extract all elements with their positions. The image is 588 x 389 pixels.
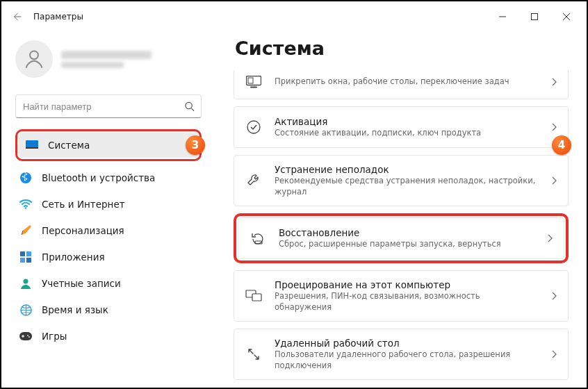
- account-email-blurred: [61, 62, 124, 68]
- sidebar-item-time-language[interactable]: Время и язык: [13, 297, 204, 322]
- project-icon: [245, 288, 262, 304]
- accounts-icon: [19, 277, 32, 290]
- svg-rect-16: [247, 76, 261, 85]
- svg-rect-4: [26, 147, 38, 149]
- search-input[interactable]: [15, 94, 202, 118]
- sidebar: Система 3 Bluetooth и устройства Сеть и …: [1, 32, 215, 388]
- sidebar-item-apps[interactable]: Приложения: [13, 245, 204, 270]
- card-subtitle: Сброс, расширенные параметры запуска, ве…: [279, 239, 534, 250]
- card-subtitle: Прикрепить окна, рабочие столы, переключ…: [275, 76, 539, 88]
- svg-rect-0: [532, 14, 538, 20]
- maximize-button[interactable]: [518, 6, 550, 28]
- titlebar: Параметры: [1, 1, 587, 32]
- card-multitasking[interactable]: Прикрепить окна, рабочие столы, переключ…: [234, 70, 569, 99]
- sidebar-item-label: Персонализация: [42, 225, 124, 236]
- svg-point-6: [25, 207, 27, 209]
- account-block[interactable]: [10, 32, 207, 89]
- card-subtitle: Разрешения, ПИН-код связывания, возможно…: [275, 291, 539, 313]
- sidebar-item-label: Время и язык: [42, 304, 108, 315]
- sidebar-item-games[interactable]: Игры: [13, 324, 204, 349]
- sidebar-item-label: Система: [48, 140, 90, 151]
- account-text: [61, 51, 152, 68]
- card-title: Устранение неполадок: [275, 164, 539, 175]
- card-title: Восстановление: [279, 227, 534, 238]
- svg-rect-7: [20, 251, 25, 256]
- recovery-icon: [250, 230, 266, 247]
- sidebar-item-accounts[interactable]: Учетные записи: [13, 271, 204, 296]
- minimize-button[interactable]: [487, 6, 518, 28]
- svg-rect-18: [248, 78, 253, 83]
- sidebar-item-label: Сеть и Интернет: [42, 199, 125, 210]
- card-subtitle: Рекомендуемые средства устранения непола…: [275, 176, 539, 197]
- svg-rect-9: [20, 258, 25, 263]
- svg-rect-10: [26, 258, 31, 263]
- chevron-right-icon: [551, 176, 557, 185]
- avatar: [15, 40, 53, 78]
- svg-point-2: [186, 102, 192, 108]
- back-button[interactable]: [6, 6, 28, 28]
- games-icon: [19, 330, 32, 342]
- wifi-icon: [19, 198, 32, 210]
- annotation-step-3: Система 3: [15, 129, 202, 161]
- svg-rect-22: [252, 294, 261, 301]
- card-activation[interactable]: Активация Состояние активации, подписки,…: [234, 106, 569, 148]
- maximize-icon: [531, 13, 538, 20]
- chevron-right-icon: [551, 78, 557, 86]
- svg-point-1: [30, 51, 38, 59]
- wrench-icon: [245, 172, 262, 189]
- search-icon: [184, 101, 195, 112]
- close-button[interactable]: [550, 6, 582, 28]
- chevron-right-icon: [551, 292, 557, 300]
- sidebar-item-label: Приложения: [42, 251, 105, 263]
- sidebar-item-label: Учетные записи: [42, 278, 121, 289]
- bluetooth-icon: [19, 172, 32, 184]
- main-panel: Система Прикрепить окна, рабочие столы, …: [215, 32, 587, 388]
- search-wrap: [15, 94, 202, 118]
- clock-globe-icon: [19, 304, 32, 316]
- step-badge-4: 4: [552, 135, 571, 155]
- svg-rect-13: [19, 332, 32, 340]
- card-title: Проецирование на этот компьютер: [275, 279, 539, 290]
- card-subtitle: Пользователи удаленного рабочего стола, …: [275, 349, 539, 371]
- svg-point-11: [24, 279, 28, 284]
- settings-card-list: Прикрепить окна, рабочие столы, переключ…: [234, 70, 569, 380]
- svg-rect-8: [26, 251, 31, 256]
- apps-icon: [19, 251, 32, 263]
- sidebar-item-label: Игры: [42, 331, 67, 342]
- chevron-right-icon: [551, 350, 557, 358]
- sidebar-item-bluetooth[interactable]: Bluetooth и устройства: [13, 165, 204, 190]
- account-name-blurred: [61, 51, 152, 59]
- multitask-icon: [245, 74, 262, 90]
- sidebar-item-system[interactable]: Система: [19, 133, 198, 158]
- nav-list: Система 3 Bluetooth и устройства Сеть и …: [10, 129, 207, 349]
- page-title: Система: [235, 38, 569, 59]
- card-remote-desktop[interactable]: Удаленный рабочий стол Пользователи удал…: [234, 329, 569, 380]
- svg-rect-17: [250, 86, 257, 88]
- window-title: Параметры: [33, 12, 83, 22]
- sidebar-item-personalization[interactable]: Персонализация: [13, 218, 204, 243]
- chevron-right-icon: [547, 234, 553, 242]
- svg-point-5: [20, 172, 31, 183]
- card-title: Удаленный рабочий стол: [275, 338, 539, 349]
- svg-point-19: [247, 121, 260, 133]
- system-icon: [26, 139, 38, 151]
- brush-icon: [19, 224, 32, 237]
- arrow-left-icon: [12, 12, 22, 22]
- person-icon: [22, 47, 46, 71]
- close-icon: [563, 13, 570, 20]
- annotation-step-4: Восстановление Сброс, расширенные параме…: [234, 213, 569, 263]
- activation-icon: [245, 119, 262, 135]
- sidebar-item-network[interactable]: Сеть и Интернет: [13, 192, 204, 217]
- svg-point-14: [27, 335, 28, 336]
- remote-desktop-icon: [245, 346, 262, 363]
- sidebar-item-label: Bluetooth и устройства: [42, 172, 155, 183]
- card-troubleshoot[interactable]: Устранение неполадок Рекомендуемые средс…: [234, 155, 569, 206]
- minimize-icon: [499, 13, 506, 20]
- card-recovery[interactable]: Восстановление Сброс, расширенные параме…: [238, 217, 564, 259]
- step-badge-3: 3: [186, 135, 205, 155]
- card-projecting[interactable]: Проецирование на этот компьютер Разрешен…: [234, 270, 569, 322]
- svg-point-15: [28, 336, 30, 338]
- chevron-right-icon: [551, 123, 557, 131]
- card-title: Активация: [275, 116, 539, 127]
- card-subtitle: Состояние активации, подписки, ключ прод…: [275, 128, 539, 139]
